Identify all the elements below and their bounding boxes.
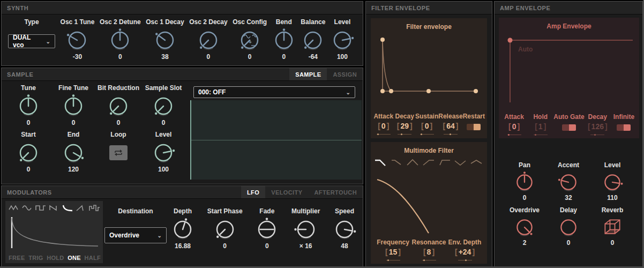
osc2-decay-knob[interactable] [197, 28, 220, 52]
frequency-value[interactable]: [15] [385, 248, 401, 256]
knob-value: 100 [158, 166, 169, 173]
loop-button[interactable] [109, 145, 128, 160]
amp-envelope-panel: AMP ENVELOPE Amp Envelope Auto Attack [0… [494, 1, 643, 267]
knob-label: Overdrive [510, 206, 540, 214]
filter-type-lowpass2-icon[interactable] [390, 158, 405, 167]
param-mini-slider[interactable] [386, 259, 400, 262]
lfo-mode-half[interactable]: HALF [84, 255, 101, 261]
knob-label: End [68, 131, 80, 138]
osc1-decay-knob[interactable] [153, 28, 177, 52]
osc2-detune-knob[interactable] [108, 28, 132, 52]
filter-attack-param: Attack [0] [373, 113, 394, 136]
accent-knob[interactable] [558, 172, 579, 193]
synth-level-knob[interactable] [331, 28, 354, 52]
knob-value: 0 [223, 242, 227, 250]
lfo-mode-hold[interactable]: HOLD [47, 255, 64, 261]
reverb-cube-icon[interactable] [602, 217, 623, 238]
bit-reduction-knob[interactable] [107, 94, 130, 118]
lfo-mode-trig[interactable]: TRIG [28, 255, 43, 261]
osc1-tune-knob[interactable] [65, 28, 89, 52]
lfo-mode-one[interactable]: ONE [68, 255, 81, 261]
pan-knob[interactable] [514, 172, 535, 193]
param-mini-slider[interactable] [590, 133, 604, 136]
fade-knob[interactable] [255, 218, 279, 241]
amp-attack-value[interactable]: [0] [508, 122, 520, 131]
tab-sample[interactable]: SAMPLE [289, 68, 327, 80]
tab-lfo[interactable]: LFO [241, 186, 265, 198]
infinite-toggle[interactable] [617, 124, 631, 131]
loop-group: Loop [96, 131, 141, 173]
sample-slot-dropdown[interactable]: 000: OFF ⌄ [193, 86, 355, 98]
knob-label: Bend [276, 18, 292, 26]
end-knob[interactable] [62, 141, 85, 165]
fine-tune-knob[interactable] [62, 94, 85, 118]
amp-hold-value[interactable]: [1] [535, 122, 546, 131]
knob-value: 48 [341, 242, 348, 250]
bend-knob[interactable] [272, 28, 296, 52]
lfo-wave-exp-decay-icon[interactable] [62, 203, 74, 213]
filter-decay-value[interactable]: [29] [397, 122, 413, 130]
speed-knob[interactable] [333, 218, 356, 241]
depth-knob[interactable] [171, 218, 194, 241]
tab-aftertouch[interactable]: AFTERTOUCH [308, 186, 363, 198]
auto-gate-toggle[interactable] [562, 124, 576, 131]
filter-type-notch-icon[interactable] [453, 158, 468, 167]
lfo-wave-sine-icon[interactable] [21, 203, 34, 213]
filter-envelope-graph [375, 34, 483, 98]
balance-knob[interactable] [301, 28, 325, 52]
filter-type-highpass-icon[interactable] [422, 158, 436, 167]
param-mini-slider[interactable] [507, 133, 521, 136]
synth-panel: SYNTH Type DUAL vco ⌄ Osc 1 Tune -30 Osc… [1, 1, 363, 66]
filter-type-peak-icon[interactable] [469, 158, 484, 167]
delay-knob[interactable] [558, 217, 579, 238]
tune-knob[interactable] [17, 94, 40, 118]
overdrive-knob[interactable] [514, 217, 535, 238]
amp-hold-param: Hold [1] [527, 113, 553, 136]
auto-label: Auto [518, 46, 533, 53]
knob-label: Level [334, 18, 351, 26]
filter-type-lowpass-icon[interactable] [374, 158, 388, 167]
param-mini-slider[interactable] [534, 133, 548, 136]
param-mini-slider[interactable] [420, 133, 434, 136]
filter-type-bandpass-icon[interactable] [406, 158, 420, 167]
param-mini-slider[interactable] [458, 259, 472, 262]
lfo-mode-free[interactable]: FREE [9, 255, 25, 261]
destination-dropdown[interactable]: Overdrive ⌄ [104, 227, 167, 243]
start-knob[interactable] [17, 141, 40, 165]
lfo-wave-saw-icon[interactable] [48, 203, 61, 213]
lfo-wave-triangle-icon[interactable] [8, 203, 21, 213]
param-mini-slider[interactable] [398, 133, 411, 136]
lfo-wave-square-icon[interactable] [35, 203, 48, 213]
chevron-down-icon: ⌄ [158, 233, 162, 239]
synth-type-dropdown[interactable]: DUAL vco ⌄ [8, 34, 55, 48]
sample-level-knob[interactable] [152, 141, 175, 165]
tab-velocity[interactable]: VELOCITY [265, 186, 308, 198]
amp-decay-value[interactable]: [126] [588, 122, 608, 131]
lfo-wave-random-icon[interactable] [88, 203, 101, 213]
param-mini-slider[interactable] [422, 259, 436, 262]
param-mini-slider[interactable] [444, 133, 458, 136]
filter-release-value[interactable]: [64] [443, 122, 459, 130]
waveform-zero-line [191, 140, 362, 140]
knob-label: Osc Config [233, 18, 267, 26]
resonance-value[interactable]: [8] [423, 248, 435, 256]
sample-slot-knob[interactable] [152, 94, 175, 118]
multimode-filter-title: Multimode Filter [371, 142, 487, 154]
frequency-param: Frequency [15] [375, 239, 411, 262]
filter-sustain-value[interactable]: [0] [421, 122, 432, 130]
amp-level-knob[interactable] [602, 172, 623, 193]
tab-assign[interactable]: ASSIGN [327, 68, 363, 80]
knob-value: 110 [607, 194, 617, 202]
env-depth-value[interactable]: [+24] [455, 248, 475, 256]
multimode-filter-box: Multimode Filter Frequency [371, 142, 487, 264]
restart-toggle[interactable] [467, 124, 481, 130]
start-phase-knob[interactable] [213, 218, 237, 241]
param-mini-slider[interactable] [377, 133, 391, 136]
filter-type-highpass2-icon[interactable] [438, 158, 452, 167]
filter-attack-value[interactable]: [0] [378, 122, 389, 130]
osc2-decay-group: Osc 2 Decay 0 [189, 18, 227, 61]
lfo-wave-ramp-icon[interactable] [75, 203, 88, 213]
osc-config-knob[interactable]: + [238, 28, 261, 52]
filter-title: FILTER ENVELOPE [371, 5, 430, 11]
multiplier-knob[interactable] [294, 218, 318, 241]
